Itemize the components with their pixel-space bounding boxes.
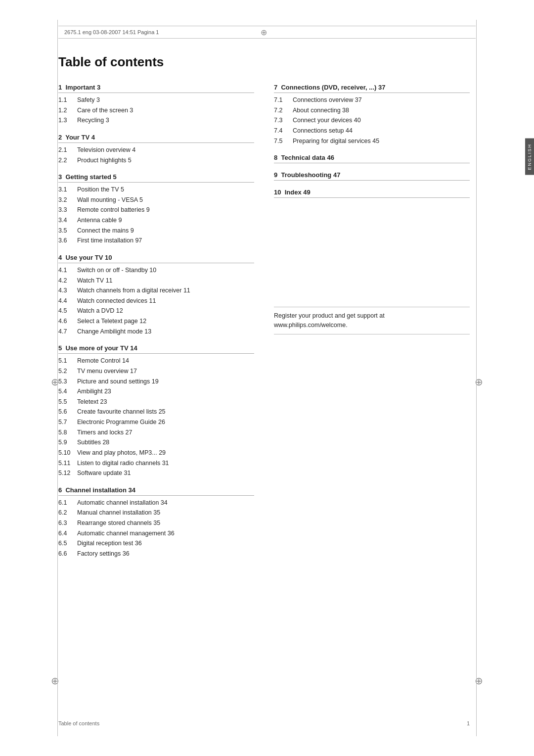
section-1-header: 1 Important 3 xyxy=(58,84,254,93)
section-2-number: 2 xyxy=(58,134,65,141)
toc-section-8: 8 Technical data 46 xyxy=(274,154,470,163)
page-title: Table of contents xyxy=(58,54,470,70)
section-5-items: 5.1Remote Control 14 5.2TV menu overview… xyxy=(58,356,254,478)
section-1-number: 1 xyxy=(58,84,65,91)
section-4-title: Use your TV 10 xyxy=(65,254,112,261)
section-4-items: 4.1Switch on or off - Standby 10 4.2Watc… xyxy=(58,265,254,336)
list-item: 3.2Wall mounting - VESA 5 xyxy=(58,195,254,205)
language-tab: ENGLISH xyxy=(525,139,534,175)
section-3-items: 3.1Position the TV 5 3.2Wall mounting - … xyxy=(58,185,254,246)
section-7-items: 7.1Connections overview 37 7.2About conn… xyxy=(274,95,470,146)
list-item: 3.1Position the TV 5 xyxy=(58,185,254,195)
list-item: 4.5Watch a DVD 12 xyxy=(58,306,254,316)
list-item: 1.3Recycling 3 xyxy=(58,115,254,126)
list-item: 5.8Timers and locks 27 xyxy=(58,427,254,438)
list-item: 5.6Create favourite channel lists 25 xyxy=(58,407,254,417)
toc-section-7: 7 Connections (DVD, receiver, ...) 37 7.… xyxy=(274,84,470,146)
section-8-title: Technical data 46 xyxy=(281,154,334,161)
crosshair-mid-left: ⊕ xyxy=(51,376,59,388)
list-item: 5.7Electronic Programme Guide 26 xyxy=(58,417,254,427)
toc-right-column: 7 Connections (DVD, receiver, ...) 37 7.… xyxy=(274,84,470,567)
section-7-header: 7 Connections (DVD, receiver, ...) 37 xyxy=(274,84,470,93)
list-item: 2.1Television overview 4 xyxy=(58,145,254,155)
list-item: 6.6Factory settings 36 xyxy=(58,549,254,559)
list-item: 5.4Ambilight 23 xyxy=(58,386,254,397)
register-text-line2: www.philips.com/welcome. xyxy=(274,321,470,330)
toc-section-2: 2 Your TV 4 2.1Television overview 4 2.2… xyxy=(58,134,254,165)
list-item: 5.3Picture and sound settings 19 xyxy=(58,377,254,387)
list-item: 7.3Connect your devices 40 xyxy=(274,115,470,126)
right-border xyxy=(476,20,477,736)
crosshair-bottom-left: ⊕ xyxy=(51,675,59,687)
toc-section-3: 3 Getting started 5 3.1Position the TV 5… xyxy=(58,173,254,246)
list-item: 7.5Preparing for digital services 45 xyxy=(274,136,470,146)
list-item: 3.5Connect the mains 9 xyxy=(58,226,254,236)
toc-section-5: 5 Use more of your TV 14 5.1Remote Contr… xyxy=(58,344,254,478)
main-content: Table of contents 1 Important 3 1.1Safet… xyxy=(58,54,470,567)
section-10-number: 10 xyxy=(274,189,285,196)
strip-text: 2675.1 eng 03-08-2007 14:51 Pagina 1 xyxy=(64,29,159,35)
section-9-header: 9 Troubleshooting 47 xyxy=(274,171,470,181)
section-3-number: 3 xyxy=(58,173,65,181)
section-5-number: 5 xyxy=(58,344,65,352)
section-5-title: Use more of your TV 14 xyxy=(65,344,137,352)
list-item: 6.2Manual channel installation 35 xyxy=(58,508,254,518)
section-9-title: Troubleshooting 47 xyxy=(281,171,340,179)
section-9-number: 9 xyxy=(274,171,281,179)
section-1-title: Important 3 xyxy=(65,84,100,91)
list-item: 1.2Care of the screen 3 xyxy=(58,105,254,116)
list-item: 3.3Remote control batteries 9 xyxy=(58,205,254,215)
top-strip: 2675.1 eng 03-08-2007 14:51 Pagina 1 ⊕ xyxy=(58,26,476,39)
page: 2675.1 eng 03-08-2007 14:51 Pagina 1 ⊕ E… xyxy=(0,0,534,756)
toc-section-1: 1 Important 3 1.1Safety 3 1.2Care of the… xyxy=(58,84,254,126)
section-6-items: 6.1Automatic channel installation 34 6.2… xyxy=(58,498,254,559)
list-item: 5.12Software update 31 xyxy=(58,468,254,478)
list-item: 4.2Watch TV 11 xyxy=(58,276,254,286)
list-item: 5.10View and play photos, MP3... 29 xyxy=(58,448,254,458)
list-item: 5.1Remote Control 14 xyxy=(58,356,254,366)
list-item: 6.4Automatic channel management 36 xyxy=(58,528,254,539)
section-6-number: 6 xyxy=(58,486,65,494)
toc-section-9: 9 Troubleshooting 47 xyxy=(274,171,470,181)
section-3-header: 3 Getting started 5 xyxy=(58,173,254,183)
list-item: 5.5Teletext 23 xyxy=(58,397,254,407)
section-4-number: 4 xyxy=(58,254,65,261)
section-2-header: 2 Your TV 4 xyxy=(58,134,254,143)
list-item: 5.9Subtitles 28 xyxy=(58,437,254,448)
section-2-items: 2.1Television overview 4 2.2Product high… xyxy=(58,145,254,165)
list-item: 7.2About connecting 38 xyxy=(274,105,470,116)
list-item: 6.3Rearrange stored channels 35 xyxy=(58,518,254,528)
toc-left-column: 1 Important 3 1.1Safety 3 1.2Care of the… xyxy=(58,84,254,567)
toc-section-4: 4 Use your TV 10 4.1Switch on or off - S… xyxy=(58,254,254,336)
list-item: 5.11Listen to digital radio channels 31 xyxy=(58,458,254,469)
register-box: Register your product and get support at… xyxy=(274,307,470,334)
section-10-title: Index 49 xyxy=(285,189,311,196)
list-item: 6.1Automatic channel installation 34 xyxy=(58,498,254,508)
list-item: 1.1Safety 3 xyxy=(58,95,254,105)
section-3-title: Getting started 5 xyxy=(65,173,116,181)
footer-page-number: 1 xyxy=(467,720,470,726)
section-8-header: 8 Technical data 46 xyxy=(274,154,470,163)
section-6-title: Channel installation 34 xyxy=(65,486,135,494)
section-8-number: 8 xyxy=(274,154,281,161)
list-item: 6.5Digital reception test 36 xyxy=(58,538,254,549)
toc-columns: 1 Important 3 1.1Safety 3 1.2Care of the… xyxy=(58,84,470,567)
list-item: 4.7Change Ambilight mode 13 xyxy=(58,327,254,337)
list-item: 7.4Connections setup 44 xyxy=(274,126,470,136)
section-5-header: 5 Use more of your TV 14 xyxy=(58,344,254,354)
list-item: 5.2TV menu overview 17 xyxy=(58,366,254,377)
section-6-header: 6 Channel installation 34 xyxy=(58,486,254,496)
section-7-title: Connections (DVD, receiver, ...) 37 xyxy=(281,84,385,91)
section-2-title: Your TV 4 xyxy=(65,134,95,141)
toc-section-6: 6 Channel installation 34 6.1Automatic c… xyxy=(58,486,254,559)
list-item: 7.1Connections overview 37 xyxy=(274,95,470,105)
list-item: 3.6First time installation 97 xyxy=(58,236,254,246)
section-4-header: 4 Use your TV 10 xyxy=(58,254,254,263)
toc-section-10: 10 Index 49 xyxy=(274,189,470,198)
section-7-number: 7 xyxy=(274,84,281,91)
list-item: 4.6Select a Teletext page 12 xyxy=(58,316,254,327)
section-10-header: 10 Index 49 xyxy=(274,189,470,198)
list-item: 4.3Watch channels from a digital receive… xyxy=(58,285,254,296)
section-1-items: 1.1Safety 3 1.2Care of the screen 3 1.3R… xyxy=(58,95,254,126)
list-item: 3.4Antenna cable 9 xyxy=(58,215,254,226)
